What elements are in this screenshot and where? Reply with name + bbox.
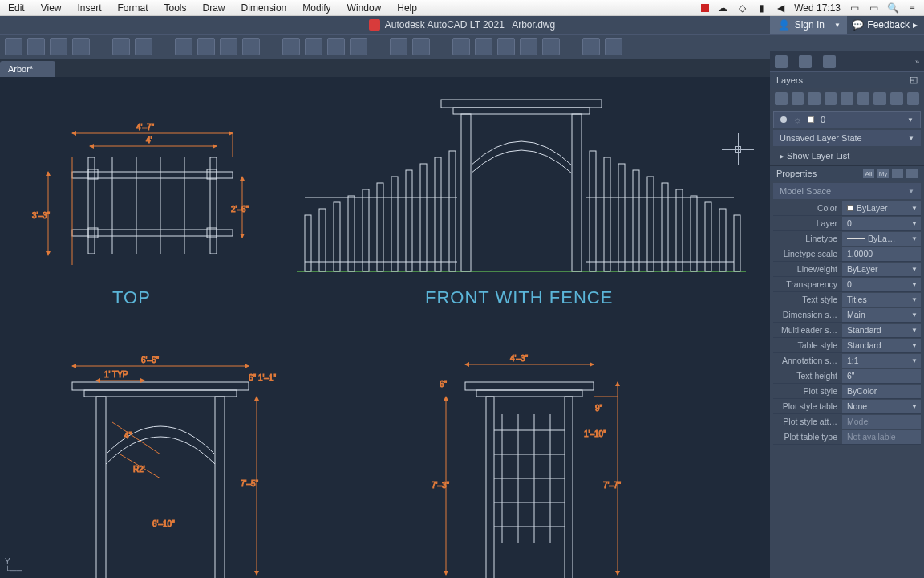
cut-button[interactable] (282, 38, 300, 55)
svg-rect-72 (565, 397, 573, 578)
bubble-icon: 💬 (852, 19, 864, 31)
prop-value[interactable]: 1.0000 (842, 247, 921, 261)
prop-value[interactable]: ByLa…▼ (842, 232, 921, 246)
menu-modify[interactable]: Modify (294, 2, 338, 14)
props-fil-all[interactable]: All (863, 169, 874, 178)
layer-state-dropdown[interactable]: Unsaved Layer State▼ (773, 130, 921, 146)
prop-value[interactable]: Not available (842, 430, 921, 444)
tool2-button[interactable] (475, 38, 492, 55)
new-button[interactable] (5, 38, 22, 55)
layers-collapse-icon[interactable]: ◱ (910, 75, 918, 85)
sp-expand-icon[interactable]: » (915, 58, 919, 66)
layer-tool-7[interactable] (873, 92, 886, 105)
drawing-canvas[interactable]: 4'–7" 4' 3'–3" 2'–6" (0, 77, 770, 578)
prop-value[interactable]: ByColor (842, 385, 921, 398)
tool7-button[interactable] (605, 38, 622, 55)
open-button[interactable] (27, 38, 45, 55)
side-panel: » Layers ◱ ☼ 0 ▼ Unsaved Layer State▼ ▸ … (770, 51, 924, 578)
prop-label: Color (773, 203, 842, 213)
menu-help[interactable]: Help (389, 2, 425, 14)
page-setup-button[interactable] (242, 38, 260, 55)
prop-row-annotation-s-: Annotation s…1:1▼ (773, 353, 921, 368)
sp-tab-1[interactable] (775, 55, 788, 68)
tray-search-icon[interactable]: 🔍 (887, 2, 898, 14)
props-pick-icon[interactable] (892, 169, 903, 178)
tray-volume-icon[interactable]: ◀ (775, 2, 786, 14)
plot-preview-button[interactable] (197, 38, 215, 55)
menu-view[interactable]: View (33, 2, 70, 14)
tool1-button[interactable] (452, 38, 470, 55)
layer-tool-4[interactable] (825, 92, 837, 105)
svg-rect-24 (453, 108, 590, 114)
layer-tool-9[interactable] (907, 92, 920, 105)
save-button[interactable] (50, 38, 67, 55)
prop-value[interactable]: 0▼ (842, 278, 921, 291)
selection-dropdown[interactable]: Model Space ▼ (773, 183, 921, 199)
prop-value[interactable]: 6" (842, 369, 921, 383)
prop-value[interactable]: 1:1▼ (842, 354, 921, 368)
menu-insert[interactable]: Insert (69, 2, 109, 14)
props-collapse-icon[interactable] (906, 169, 918, 178)
menu-tools[interactable]: Tools (156, 2, 195, 14)
layer-tool-5[interactable] (841, 92, 853, 105)
undo-button[interactable] (112, 38, 130, 55)
matchprop-button[interactable] (350, 38, 367, 55)
svg-rect-55 (96, 397, 106, 578)
menu-edit[interactable]: Edit (0, 2, 33, 14)
layer-tool-2[interactable] (792, 92, 804, 105)
layer-tool-8[interactable] (890, 92, 903, 105)
svg-rect-70 (476, 390, 582, 397)
svg-text:9": 9" (595, 404, 603, 413)
tool6-button[interactable] (582, 38, 600, 55)
redo-button[interactable] (135, 38, 152, 55)
menu-window[interactable]: Window (339, 2, 390, 14)
layer-tool-1[interactable] (775, 92, 788, 105)
sp-tab-3[interactable] (823, 55, 836, 68)
prop-value[interactable]: Standard▼ (842, 339, 921, 352)
sp-tab-2[interactable] (799, 55, 812, 68)
publish-button[interactable] (220, 38, 237, 55)
tray-clock[interactable]: Wed 17:13 (794, 2, 841, 14)
tray-flag-icon[interactable]: ▭ (849, 2, 860, 14)
tray-user-icon[interactable]: ▭ (868, 2, 879, 14)
layer-tool-3[interactable] (808, 92, 821, 105)
tool5-button[interactable] (542, 38, 560, 55)
saveas-button[interactable] (72, 38, 90, 55)
prop-value[interactable]: Model (842, 415, 921, 429)
current-layer-dropdown[interactable]: ☼ 0 ▼ (773, 111, 921, 128)
block-button[interactable] (390, 38, 407, 55)
prop-value[interactable]: ByLayer▼ (842, 201, 921, 215)
props-filter-my[interactable]: My (877, 169, 889, 178)
svg-rect-44 (618, 164, 625, 271)
prop-value[interactable]: ByLayer▼ (842, 263, 921, 276)
chevron-down-icon: ▼ (834, 22, 841, 29)
prop-value[interactable]: Main▼ (842, 308, 921, 322)
tray-cloud-icon[interactable]: ☁ (717, 2, 728, 14)
feedback-button[interactable]: 💬 Feedback▸ (845, 16, 924, 34)
tray-battery-icon[interactable]: ▮ (756, 2, 767, 14)
paste-button[interactable] (327, 38, 345, 55)
signin-button[interactable]: 👤 Sign In ▼ (770, 16, 847, 34)
document-tab[interactable]: Arbor* (0, 61, 55, 77)
plot-button[interactable] (175, 38, 192, 55)
tray-menu-icon[interactable]: ≡ (906, 2, 918, 14)
tray-wifi-icon[interactable]: ◇ (736, 2, 748, 14)
pan-button[interactable] (412, 38, 430, 55)
menu-dimension[interactable]: Dimension (233, 2, 295, 14)
prop-label: Annotation s… (773, 356, 842, 365)
menu-format[interactable]: Format (110, 2, 156, 14)
properties-panel-header[interactable]: Properties All My (770, 165, 924, 181)
tool3-button[interactable] (497, 38, 515, 55)
tool4-button[interactable] (520, 38, 537, 55)
prop-value[interactable]: Standard▼ (842, 324, 921, 337)
layers-panel-header[interactable]: Layers ◱ (770, 72, 924, 88)
prop-value[interactable]: Titles▼ (842, 293, 921, 307)
prop-value[interactable]: None▼ (842, 400, 921, 413)
svg-rect-0 (72, 230, 233, 236)
layer-tool-6[interactable] (857, 92, 870, 105)
menu-draw[interactable]: Draw (195, 2, 233, 14)
prop-value[interactable]: 0▼ (842, 217, 921, 230)
copy-button[interactable] (305, 38, 322, 55)
show-layer-list-toggle[interactable]: ▸ Show Layer List (773, 148, 921, 164)
tray-record-icon[interactable] (701, 4, 709, 12)
